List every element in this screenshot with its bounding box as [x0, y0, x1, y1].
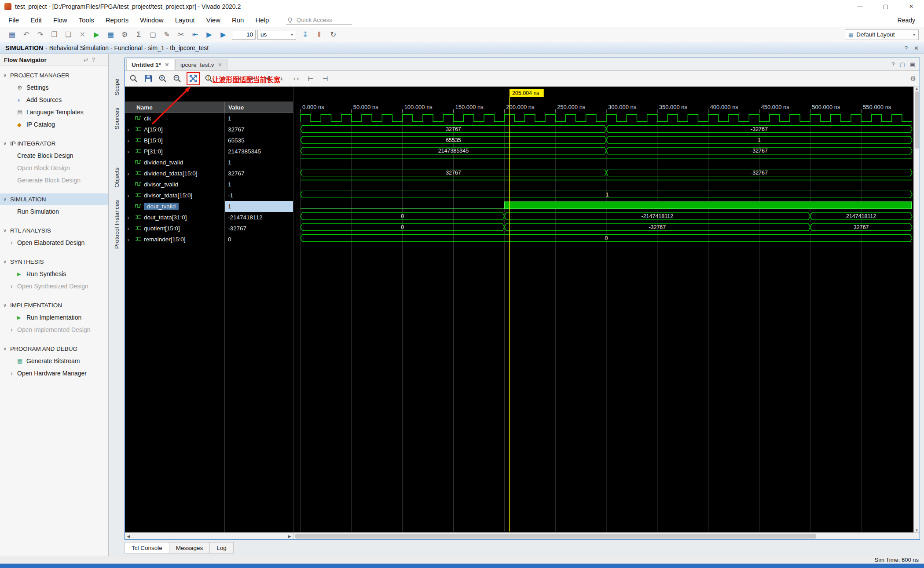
- wave-hscrollbar[interactable]: [293, 533, 913, 539]
- side-tab-objects[interactable]: Objects: [113, 165, 121, 190]
- swap-panel-icon[interactable]: ⇄: [84, 57, 88, 63]
- signal-row-a-15-0[interactable]: ›A[15:0]32767: [125, 124, 293, 135]
- bottom-tab-messages[interactable]: Messages: [169, 542, 210, 553]
- signal-row-dout-tvalid[interactable]: dout_tvalid1: [125, 201, 293, 212]
- close-icon[interactable]: ✕: [218, 62, 222, 68]
- menu-layout[interactable]: Layout: [169, 13, 201, 27]
- help-icon[interactable]: ?: [92, 57, 95, 63]
- menu-run[interactable]: Run: [226, 13, 250, 27]
- swap-cursor-icon[interactable]: ⇿: [291, 73, 301, 84]
- nav-item-run-synthesis[interactable]: ▶Run Synthesis: [0, 268, 108, 280]
- signal-row-b-15-0[interactable]: ›B[15:0]65535: [125, 135, 293, 146]
- signal-row-clk[interactable]: clk1: [125, 113, 293, 124]
- nav-item-add-sources[interactable]: +Add Sources: [0, 94, 108, 106]
- maximize-panel-icon[interactable]: ▣: [910, 61, 915, 68]
- side-tab-protocol-instances[interactable]: Protocol Instances: [113, 197, 121, 251]
- float-ruler-icon[interactable]: ⊣: [320, 73, 330, 84]
- expand-chevron-icon[interactable]: ›: [127, 193, 133, 199]
- help-icon[interactable]: ?: [891, 61, 895, 68]
- nav-item-language-templates[interactable]: ▤Language Templates: [0, 106, 108, 118]
- settings-gear-icon[interactable]: ⚙: [118, 29, 132, 40]
- nav-section-rtl-analysis[interactable]: ∨RTL ANALYSIS: [0, 225, 108, 237]
- menu-reports[interactable]: Reports: [100, 13, 135, 27]
- nav-item-run-simulation[interactable]: Run Simulation: [0, 205, 108, 218]
- editor-tab-untitled-1[interactable]: Untitled 1*✕: [126, 59, 174, 70]
- relaunch-icon[interactable]: ↻: [326, 29, 340, 40]
- open-sim-icon[interactable]: ▦: [104, 29, 117, 40]
- signal-row-remainder-15-0[interactable]: ›remainder[15:0]0: [125, 234, 293, 245]
- collapse-icon[interactable]: —: [99, 57, 104, 63]
- menu-file[interactable]: File: [3, 13, 25, 27]
- zoom-to-cursor-icon[interactable]: [204, 73, 214, 84]
- menu-tools[interactable]: Tools: [73, 13, 100, 27]
- maximize-button[interactable]: ▢: [873, 0, 898, 13]
- restart-sim-icon[interactable]: ⇤: [188, 29, 202, 40]
- vertical-scrollbar[interactable]: ▲ ▼: [913, 87, 920, 532]
- scroll-down-icon[interactable]: ▼: [915, 528, 919, 532]
- signal-row-divisor-tdata-15-0[interactable]: ›divisor_tdata[15:0]-1: [125, 190, 293, 201]
- menu-flow[interactable]: Flow: [48, 13, 73, 27]
- expand-chevron-icon[interactable]: ›: [127, 226, 133, 232]
- nav-item-open-synthesized-design[interactable]: ›Open Synthesized Design: [0, 280, 108, 292]
- scroll-left-icon[interactable]: ◀: [125, 534, 132, 539]
- menu-edit[interactable]: Edit: [25, 13, 48, 27]
- probe-icon[interactable]: ✂: [174, 29, 188, 40]
- expand-chevron-icon[interactable]: ›: [127, 149, 133, 155]
- delete-icon[interactable]: ✕: [76, 29, 89, 40]
- previous-transition-icon[interactable]: [247, 73, 258, 84]
- nav-section-project-manager[interactable]: ∨PROJECT MANAGER: [0, 69, 108, 81]
- menu-view[interactable]: View: [201, 13, 226, 27]
- report-sum-icon[interactable]: Σ: [132, 29, 146, 40]
- nav-item-open-hardware-manager[interactable]: ›Open Hardware Manager: [0, 367, 108, 379]
- signal-row-p-31-0[interactable]: ›P[31:0]2147385345: [125, 146, 293, 157]
- save-waveform-icon[interactable]: [143, 73, 154, 84]
- signal-row-divisor-tvalid[interactable]: divisor_tvalid1: [125, 179, 293, 190]
- minimize-button[interactable]: —: [847, 0, 873, 13]
- nav-section-simulation[interactable]: ∨SIMULATION: [0, 193, 108, 205]
- break-pause-icon[interactable]: ‖: [312, 29, 326, 40]
- signal-row-dout-tdata-31-0[interactable]: ›dout_tdata[31:0]-2147418112: [125, 212, 293, 223]
- paste-icon[interactable]: ❏: [62, 29, 75, 40]
- bottom-tab-log[interactable]: Log: [209, 542, 234, 553]
- nav-item-open-elaborated-design[interactable]: ›Open Elaborated Design: [0, 237, 108, 249]
- menu-help[interactable]: Help: [249, 13, 275, 27]
- step-icon[interactable]: ↧: [298, 29, 312, 40]
- expand-chevron-icon[interactable]: ›: [127, 127, 133, 133]
- side-tab-scope[interactable]: Scope: [113, 76, 121, 98]
- run-flow-icon[interactable]: ▶: [90, 29, 103, 40]
- scroll-up-icon[interactable]: ▲: [915, 87, 919, 91]
- undo-icon[interactable]: ↶: [19, 29, 33, 40]
- signal-row-dividend-tvalid[interactable]: dividend_tvalid1: [125, 157, 293, 168]
- signal-row-quotient-15-0[interactable]: ›quotient[15:0]-32767: [125, 223, 293, 234]
- open-designs-icon[interactable]: ▤: [5, 29, 19, 40]
- nav-section-synthesis[interactable]: ∨SYNTHESIS: [0, 256, 108, 268]
- close-icon[interactable]: ✕: [914, 45, 919, 51]
- scrollbar-thumb[interactable]: [915, 91, 919, 149]
- go-to-time-end-icon[interactable]: ⇥: [233, 73, 243, 84]
- go-to-time-zero-icon[interactable]: ⇤: [218, 73, 229, 84]
- find-icon[interactable]: [128, 73, 139, 84]
- nav-section-program-and-debug[interactable]: ∨PROGRAM AND DEBUG: [0, 343, 108, 355]
- nav-item-generate-bitstream[interactable]: ▦Generate Bitstream: [0, 355, 108, 367]
- names-hscrollbar[interactable]: ◀ ▶: [125, 533, 293, 539]
- expand-chevron-icon[interactable]: ›: [127, 215, 133, 221]
- wave-settings-gear-icon[interactable]: ⚙: [910, 75, 916, 83]
- edit-icon[interactable]: ✎: [160, 29, 174, 40]
- help-icon[interactable]: ?: [905, 45, 908, 51]
- expand-chevron-icon[interactable]: ›: [127, 138, 133, 144]
- scroll-right-icon[interactable]: ▶: [286, 534, 293, 539]
- close-icon[interactable]: ✕: [165, 62, 169, 68]
- zoom-fit-icon[interactable]: [187, 72, 200, 85]
- close-button[interactable]: ✕: [898, 0, 924, 13]
- copy-icon[interactable]: ❐: [48, 29, 61, 40]
- nav-section-implementation[interactable]: ∨IMPLEMENTATION: [0, 299, 108, 311]
- run-all-icon[interactable]: ▶: [202, 29, 216, 40]
- add-marker-icon[interactable]: +: [276, 73, 287, 84]
- nav-item-open-implemented-design[interactable]: ›Open Implemented Design: [0, 324, 108, 336]
- nav-item-ip-catalog[interactable]: ◆IP Catalog: [0, 118, 108, 131]
- nav-item-settings[interactable]: ⚙Settings: [0, 81, 108, 94]
- layout-dropdown[interactable]: ▦ Default Layout ▾: [845, 29, 919, 40]
- quick-access-search[interactable]: Q· Quick Access: [286, 16, 352, 25]
- signal-row-dividend-tdata-15-0[interactable]: ›dividend_tdata[15:0]32767: [125, 168, 293, 179]
- zoom-in-icon[interactable]: [158, 73, 168, 84]
